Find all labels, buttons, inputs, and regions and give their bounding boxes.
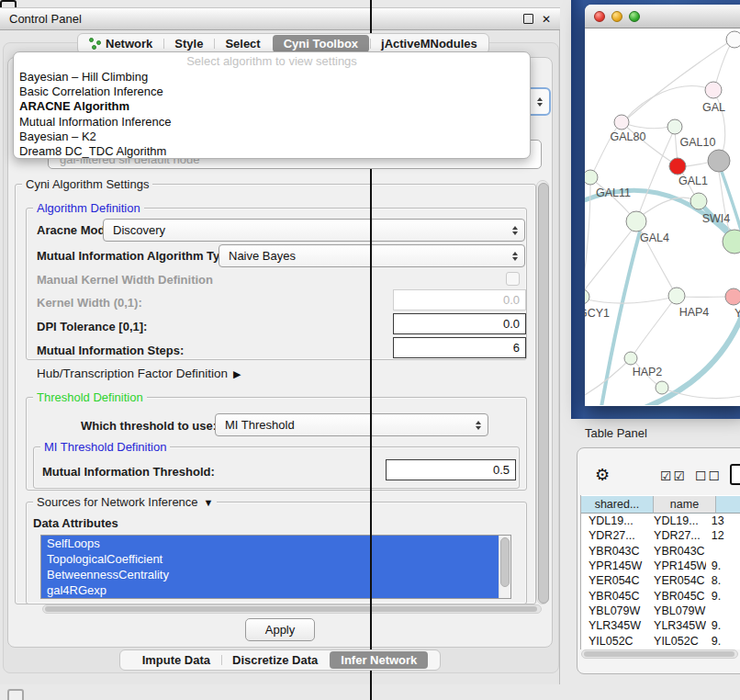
sources-title-text: Sources for Network Inference — [37, 495, 198, 509]
network-canvas[interactable]: GALGAL80GAL10GAL1GAL11SWI4GAL4GCY1HAP4YH… — [585, 28, 740, 405]
mi-algorithm-type-label: Mutual Information Algorithm Type: — [37, 249, 238, 263]
network-window: GALGAL80GAL10GAL1GAL11SWI4GAL4GCY1HAP4YH… — [585, 5, 740, 406]
apply-button[interactable]: Apply — [245, 618, 315, 641]
collapsed-arrow-icon: ▶ — [233, 368, 241, 379]
kernel-width-field[interactable]: 0.0 — [393, 289, 526, 310]
algorithm-option-bayesian-k2[interactable]: Bayesian – K2 — [14, 130, 530, 144]
tab-label: jActiveMNodules — [381, 37, 477, 51]
hub-section-toggle[interactable]: Hub/Transcription Factor Definition▶ — [37, 367, 241, 380]
column-header[interactable]: shared... — [581, 496, 654, 514]
bottom-tab-infer-network[interactable]: Infer Network — [330, 651, 428, 669]
tab-jactivemnodules[interactable]: jActiveMNodules — [370, 34, 488, 53]
data-attribute-item[interactable]: TopologicalCoefficient — [41, 551, 499, 567]
network-node[interactable] — [668, 288, 685, 304]
table-row[interactable]: YER054CYER054C8. — [581, 573, 740, 588]
settings-hscroll-thumb[interactable] — [45, 606, 537, 612]
which-threshold-combo[interactable]: MI Threshold — [215, 413, 488, 436]
sources-group-title[interactable]: Sources for Network Inference▼ — [33, 495, 217, 509]
network-window-titlebar[interactable] — [585, 5, 740, 28]
network-node[interactable] — [585, 289, 589, 304]
table-row[interactable]: YBR043CYBR043C — [581, 544, 740, 559]
network-edge — [715, 42, 732, 85]
data-attribute-item[interactable]: gal4RGexp — [41, 582, 499, 598]
data-attribute-item[interactable]: SelfLoops — [41, 536, 499, 551]
network-node[interactable] — [626, 211, 646, 231]
table-horizontal-scrollbar[interactable] — [581, 649, 738, 659]
table-row[interactable]: YDR27...YDR27...12 — [581, 528, 740, 543]
node-label: GAL80 — [611, 130, 646, 143]
network-node[interactable] — [585, 170, 598, 185]
which-threshold-value: MI Threshold — [225, 418, 295, 432]
bottom-tab-discretize-data[interactable]: Discretize Data — [221, 650, 329, 670]
algorithm-option-aracne-algorithm[interactable]: ARACNE Algorithm — [14, 99, 530, 114]
algorithm-option-basic-correlation-inference[interactable]: Basic Correlation Inference — [14, 85, 530, 99]
algorithm-option-bayesian-hill-climbing[interactable]: Bayesian – Hill Climbing — [14, 70, 530, 85]
unchecked-boxes-icon[interactable]: ☐☐ — [695, 469, 722, 483]
float-window-icon[interactable] — [523, 14, 533, 24]
tab-style[interactable]: Style — [163, 34, 214, 53]
mi-algorithm-type-combo[interactable]: Naive Bayes — [219, 244, 525, 267]
table-cell: 12 — [706, 529, 740, 542]
settings-horizontal-scrollbar[interactable] — [42, 604, 542, 614]
settings-vscroll-thumb[interactable] — [538, 183, 549, 604]
aracne-mode-combo[interactable]: Discovery — [103, 219, 525, 242]
node-label: GCY1 — [585, 307, 610, 320]
manual-kernel-width-checkbox[interactable] — [506, 272, 520, 286]
column-header[interactable] — [716, 496, 740, 514]
node-label: GAL11 — [596, 186, 631, 199]
bottom-tab-impute-data[interactable]: Impute Data — [131, 650, 221, 670]
algorithm-option-mutual-information-inference[interactable]: Mutual Information Inference — [14, 115, 530, 130]
table-row[interactable]: YDL19...YDL19...13 — [581, 514, 740, 528]
gear-icon[interactable]: ⚙ — [595, 465, 610, 485]
close-icon[interactable]: ✕ — [542, 14, 551, 25]
kernel-width-label: Kernel Width (0,1): — [37, 296, 142, 310]
network-node[interactable] — [614, 115, 629, 130]
network-edge — [638, 132, 673, 216]
network-node[interactable] — [725, 288, 740, 305]
close-traffic-light-icon[interactable] — [594, 11, 605, 22]
table-cell: YBR043C — [581, 545, 648, 558]
mi-steps-field[interactable]: 6 — [393, 337, 526, 358]
table-row[interactable]: YBL079WYBL079W — [581, 604, 740, 618]
table-cell: YDL19... — [581, 514, 648, 527]
tab-cyni-toolbox[interactable]: Cyni Toolbox — [273, 35, 369, 52]
table-row[interactable]: YBR045CYBR045C9. — [581, 588, 740, 603]
tab-label: Select — [225, 37, 260, 51]
document-icon[interactable] — [730, 464, 740, 485]
minimize-traffic-light-icon[interactable] — [611, 11, 622, 22]
table-cell: 8. — [706, 574, 740, 587]
network-node[interactable] — [656, 381, 668, 394]
network-node[interactable] — [690, 193, 707, 209]
network-node[interactable] — [726, 31, 740, 48]
table-row[interactable]: YPR145WYPR145W9. — [581, 559, 740, 573]
table-cell: 13 — [706, 514, 740, 527]
dock-panel-icon[interactable] — [7, 689, 24, 700]
settings-vertical-scrollbar[interactable] — [536, 180, 549, 604]
network-node[interactable] — [705, 82, 722, 98]
table-cell: YBL079W — [581, 604, 648, 617]
tab-network[interactable]: Network — [78, 34, 163, 53]
table-cell: YPR145W — [648, 559, 706, 572]
list-scrollbar[interactable] — [499, 536, 510, 598]
column-header[interactable]: name — [654, 496, 716, 514]
table-cell: 9. — [706, 619, 740, 632]
algorithm-option-dream8-dc-tdc-algorithm[interactable]: Dream8 DC_TDC Algorithm — [14, 144, 530, 159]
network-node[interactable] — [667, 119, 682, 134]
data-attributes-label: Data Attributes — [33, 516, 118, 530]
network-node[interactable] — [624, 352, 637, 365]
dpi-tolerance-value: 0.0 — [503, 317, 520, 331]
tab-select[interactable]: Select — [214, 34, 271, 53]
mi-threshold-field[interactable]: 0.5 — [386, 459, 516, 480]
zoom-traffic-light-icon[interactable] — [629, 11, 640, 22]
table-row[interactable]: YLR345WYLR345W9. — [581, 618, 740, 633]
dpi-tolerance-field[interactable]: 0.0 — [393, 313, 526, 334]
data-attribute-item[interactable]: BetweennessCentrality — [41, 567, 499, 582]
network-node[interactable] — [708, 150, 730, 172]
dropdown-placeholder: Select algorithm to view settings — [14, 52, 530, 70]
checked-boxes-icon[interactable]: ☑☑ — [660, 469, 687, 483]
table-hscroll-thumb[interactable] — [584, 651, 734, 657]
network-node[interactable] — [669, 158, 686, 175]
data-attributes-list[interactable]: SelfLoopsTopologicalCoefficientBetweenne… — [40, 535, 511, 599]
list-scrollbar-thumb[interactable] — [500, 537, 510, 587]
table-row[interactable]: YIL052CYIL052C9. — [581, 633, 740, 648]
